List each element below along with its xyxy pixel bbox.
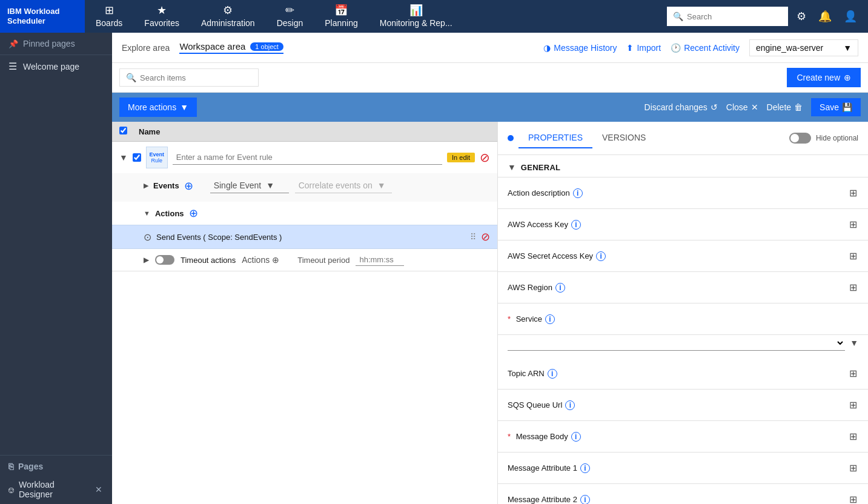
message-history-link[interactable]: ◑ Message History bbox=[543, 43, 617, 53]
engine-selector[interactable]: engine_wa-server ▼ bbox=[749, 39, 858, 56]
workspace-area-tab[interactable]: Workspace area 1 object bbox=[179, 41, 283, 54]
aws-region-edit-button[interactable]: ⊞ bbox=[848, 280, 858, 294]
nav-item-boards[interactable]: ⊞ Boards bbox=[85, 0, 133, 33]
settings-button[interactable]: ⚙ bbox=[793, 6, 810, 27]
search-bar[interactable]: 🔍 bbox=[667, 7, 788, 26]
notifications-button[interactable]: 🔔 bbox=[815, 6, 835, 27]
timeout-toggle[interactable] bbox=[155, 255, 174, 265]
service-info-icon[interactable]: i bbox=[545, 314, 555, 324]
property-sqs-queue-url: SQS Queue Url i ⊞ bbox=[498, 390, 868, 421]
nav-item-favorites[interactable]: ★ Favorites bbox=[133, 0, 190, 33]
correlate-label: Correlate events on bbox=[299, 181, 373, 190]
topic-arn-edit-button[interactable]: ⊞ bbox=[848, 366, 858, 380]
discard-changes-label: Discard changes bbox=[644, 102, 707, 112]
drag-handle-icon[interactable]: ⠿ bbox=[470, 232, 476, 242]
timeout-label: Timeout actions bbox=[181, 256, 236, 265]
event-type-chevron-icon: ▼ bbox=[266, 181, 274, 190]
sqs-queue-url-edit-button[interactable]: ⊞ bbox=[848, 398, 858, 412]
message-body-info-icon[interactable]: i bbox=[571, 432, 581, 442]
property-message-body: Message Body i ⊞ bbox=[498, 421, 868, 453]
nav-item-planning[interactable]: 📅 Planning bbox=[314, 0, 369, 33]
message-attribute-1-label: Message Attribute 1 i bbox=[508, 463, 843, 473]
nav-item-monitoring[interactable]: 📊 Monitoring & Rep... bbox=[369, 0, 463, 33]
sidebar-item-welcome[interactable]: ☰ Welcome page bbox=[0, 55, 112, 78]
aws-region-label: AWS Region i bbox=[508, 283, 843, 293]
search-input[interactable] bbox=[687, 12, 782, 21]
breadcrumb-left: Explore area Workspace area 1 object bbox=[122, 41, 283, 54]
timeout-collapse-button[interactable]: ▶ bbox=[144, 256, 149, 264]
close-button[interactable]: Close ✕ bbox=[726, 102, 758, 112]
workspace-area-label: Workspace area bbox=[179, 41, 245, 51]
remove-action-button[interactable]: ⊘ bbox=[481, 230, 490, 244]
recent-activity-link[interactable]: 🕐 Recent Activity bbox=[671, 43, 740, 53]
event-rule-row: ▼ Event Rule In edit ⊘ ▶ bbox=[112, 142, 497, 271]
event-type-dropdown[interactable]: Single Event ▼ bbox=[210, 178, 289, 193]
sidebar-item-workload-designer[interactable]: ⎊ Workload Designer ✕ bbox=[0, 475, 112, 504]
select-all-checkbox-container[interactable] bbox=[119, 127, 139, 136]
hide-optional-toggle[interactable]: Hide optional bbox=[789, 133, 858, 144]
import-icon: ⬆ bbox=[626, 43, 634, 53]
cancel-rule-button[interactable]: ⊘ bbox=[480, 150, 490, 165]
message-attribute-2-info-icon[interactable]: i bbox=[580, 495, 590, 505]
aws-secret-access-key-label: AWS Secret Access Key i bbox=[508, 251, 843, 261]
message-body-edit-button[interactable]: ⊞ bbox=[848, 429, 858, 443]
more-actions-button[interactable]: More actions ▼ bbox=[119, 98, 197, 117]
hide-optional-switch[interactable] bbox=[789, 133, 811, 144]
timeout-actions-button[interactable]: Actions ⊕ bbox=[242, 255, 279, 265]
general-section-header[interactable]: ▼ GENERAL bbox=[498, 155, 868, 177]
search-items-input[interactable] bbox=[140, 73, 252, 82]
timeout-actions-label: Actions bbox=[242, 255, 270, 265]
tab-versions[interactable]: VERSIONS bbox=[592, 128, 655, 148]
service-dropdown[interactable] bbox=[508, 335, 845, 351]
aws-secret-access-key-info-icon[interactable]: i bbox=[596, 251, 606, 261]
topic-arn-info-icon[interactable]: i bbox=[548, 369, 557, 379]
aws-access-key-edit-button[interactable]: ⊞ bbox=[848, 217, 858, 231]
welcome-icon: ☰ bbox=[8, 61, 17, 72]
tab-properties[interactable]: PROPERTIES bbox=[518, 128, 592, 148]
topic-arn-label: Topic ARN i bbox=[508, 369, 843, 379]
close-workload-designer-button[interactable]: ✕ bbox=[94, 483, 104, 496]
action-description-info-icon[interactable]: i bbox=[573, 188, 583, 198]
correlate-dropdown[interactable]: Correlate events on ▼ bbox=[295, 178, 392, 193]
select-all-checkbox[interactable] bbox=[119, 127, 127, 134]
message-attribute-2-edit-button[interactable]: ⊞ bbox=[848, 492, 858, 504]
sqs-queue-url-label: SQS Queue Url i bbox=[508, 400, 843, 410]
delete-button[interactable]: Delete 🗑 bbox=[767, 102, 803, 112]
event-rule-name-input[interactable] bbox=[173, 150, 442, 165]
add-action-button[interactable]: ⊕ bbox=[189, 207, 198, 220]
events-section: ▶ Events ⊕ Single Event ▼ Correlate even… bbox=[112, 173, 497, 202]
top-navigation: IBM Workload Scheduler ⊞ Boards ★ Favori… bbox=[0, 0, 868, 33]
sqs-queue-url-info-icon[interactable]: i bbox=[565, 400, 575, 410]
explore-area-link[interactable]: Explore area bbox=[122, 43, 170, 53]
discard-changes-icon: ↺ bbox=[711, 102, 718, 112]
table-area: action_description Name ▼ Event Rule bbox=[112, 122, 497, 504]
event-rule-collapse-button[interactable]: ▼ bbox=[119, 153, 128, 162]
properties-container: Action description i ⊞ AWS Access Key i … bbox=[498, 177, 868, 504]
pinned-pages-label: Pinned pages bbox=[23, 39, 75, 48]
aws-secret-access-key-edit-button[interactable]: ⊞ bbox=[848, 249, 858, 263]
action-item-expand-button[interactable]: ⊙ bbox=[144, 231, 151, 243]
action-description-edit-button[interactable]: ⊞ bbox=[848, 186, 858, 200]
nav-item-administration[interactable]: ⚙ Administration bbox=[190, 0, 266, 33]
aws-access-key-info-icon[interactable]: i bbox=[571, 220, 581, 230]
nav-item-design[interactable]: ✏ Design bbox=[266, 0, 314, 33]
import-link[interactable]: ⬆ Import bbox=[626, 43, 661, 53]
events-collapse-button[interactable]: ▶ bbox=[144, 182, 148, 190]
service-dropdown-row: ▼ bbox=[498, 335, 868, 358]
welcome-label: Welcome page bbox=[23, 62, 79, 71]
boards-icon: ⊞ bbox=[105, 4, 114, 17]
event-rule-checkbox[interactable] bbox=[133, 153, 141, 162]
right-panel-header: PROPERTIES VERSIONS Hide optional bbox=[498, 122, 868, 155]
user-button[interactable]: 👤 bbox=[840, 6, 861, 27]
create-new-button[interactable]: Create new ⊕ bbox=[787, 68, 861, 87]
message-attribute-1-info-icon[interactable]: i bbox=[580, 463, 590, 473]
actions-collapse-button[interactable]: ▼ bbox=[144, 210, 150, 217]
panel-header-right: Hide optional bbox=[789, 133, 858, 144]
add-event-button[interactable]: ⊕ bbox=[184, 179, 193, 193]
save-button[interactable]: Save 💾 bbox=[811, 98, 861, 116]
timeout-period-input[interactable] bbox=[356, 254, 404, 266]
message-attribute-1-edit-button[interactable]: ⊞ bbox=[848, 461, 858, 475]
search-items-container[interactable]: 🔍 bbox=[119, 68, 259, 87]
aws-region-info-icon[interactable]: i bbox=[555, 283, 565, 293]
discard-changes-button[interactable]: Discard changes ↺ bbox=[644, 102, 718, 112]
